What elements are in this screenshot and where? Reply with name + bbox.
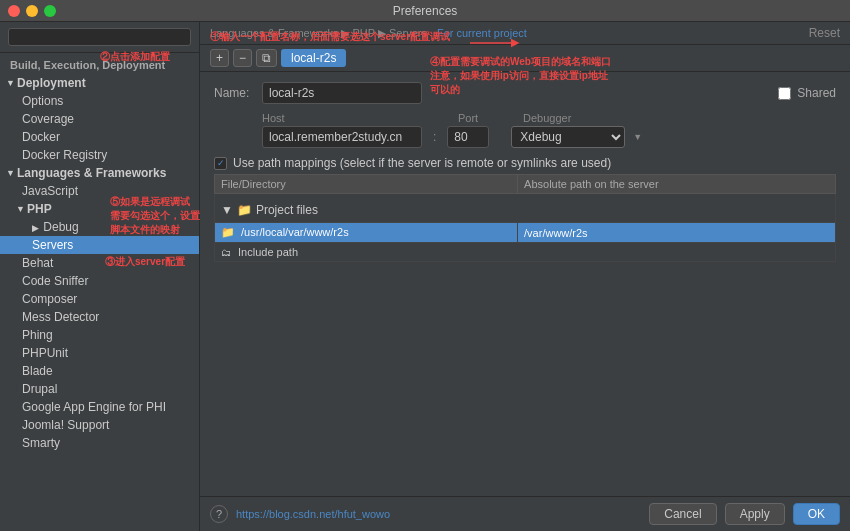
search-input[interactable] [8, 28, 191, 46]
window-controls [8, 5, 56, 17]
path-mappings-checkbox[interactable]: ✓ [214, 157, 227, 170]
sidebar-item-drupal[interactable]: Drupal [0, 380, 199, 398]
breadcrumb-sep1: ▶ [341, 27, 349, 40]
sidebar-item-composer[interactable]: Composer [0, 290, 199, 308]
copy-server-button[interactable]: ⧉ [256, 49, 277, 67]
content-area: Languages & Frameworks ▶ PHP ▶ Servers F… [200, 22, 850, 531]
sidebar-item-phpunit[interactable]: PHPUnit [0, 344, 199, 362]
breadcrumb-sep2: ▶ [378, 27, 386, 40]
minimize-button[interactable] [26, 5, 38, 17]
host-input[interactable] [262, 126, 422, 148]
host-inputs-row: : Xdebug Zend Debugger ▼ [214, 126, 836, 148]
caret-icon: ▼ [16, 204, 24, 214]
title-bar: Preferences [0, 0, 850, 22]
sidebar-item-servers[interactable]: Servers [0, 236, 199, 254]
port-input[interactable] [447, 126, 489, 148]
sidebar-item-phing[interactable]: Phing [0, 326, 199, 344]
sidebar-item-deployment[interactable]: ▼ Deployment [0, 74, 199, 92]
sidebar-item-docker-registry[interactable]: Docker Registry [0, 146, 199, 164]
url-link[interactable]: https://blog.csdn.net/hfut_wowo [236, 508, 641, 520]
bottom-bar: ? https://blog.csdn.net/hfut_wowo Cancel… [200, 496, 850, 531]
path-mappings-section: ✓ Use path mappings (select if the serve… [214, 156, 836, 170]
add-server-button[interactable]: + [210, 49, 229, 67]
host-col-label: Host [262, 112, 342, 124]
name-input[interactable] [262, 82, 422, 104]
sidebar-item-joomla[interactable]: Joomla! Support [0, 416, 199, 434]
remote-path-cell[interactable]: /var/www/r2s [518, 223, 836, 243]
sidebar-item-code-sniffer[interactable]: Code Sniffer [0, 272, 199, 290]
folder-icon: 📁 [237, 203, 252, 217]
name-row: Name: Shared [214, 82, 836, 104]
close-button[interactable] [8, 5, 20, 17]
breadcrumb-part3: Servers [389, 27, 427, 39]
name-label: Name: [214, 86, 254, 100]
sidebar-item-php[interactable]: ▼ PHP [0, 200, 199, 218]
sidebar-item-coverage[interactable]: Coverage [0, 110, 199, 128]
sidebar-section-header: Build, Execution, Deployment [0, 53, 199, 74]
caret-icon: ▼ [6, 168, 14, 178]
local-path-cell: 📁 /usr/local/var/www/r2s [215, 223, 518, 243]
project-files-header: ▼ 📁 Project files [221, 203, 829, 217]
abs-path-col-header: Absolute path on the server [518, 175, 836, 194]
sidebar-scroll: ▼ Deployment Options Coverage Docker Doc… [0, 74, 199, 531]
help-icon[interactable]: ? [210, 505, 228, 523]
sidebar-item-docker[interactable]: Docker [0, 128, 199, 146]
main-layout: Build, Execution, Deployment ▼ Deploymen… [0, 22, 850, 531]
breadcrumb-part1: Languages & Frameworks [210, 27, 338, 39]
sidebar-item-javascript[interactable]: JavaScript [0, 182, 199, 200]
folder-caret: ▼ [221, 203, 233, 217]
sidebar-item-languages-frameworks[interactable]: ▼ Languages & Frameworks [0, 164, 199, 182]
remove-server-button[interactable]: − [233, 49, 252, 67]
port-separator: : [430, 130, 439, 144]
row-folder-icon: 📁 [221, 226, 235, 238]
include-icon: 🗂 [221, 247, 231, 258]
breadcrumb: Languages & Frameworks ▶ PHP ▶ Servers F… [200, 22, 850, 45]
path-mappings-label: Use path mappings (select if the server … [233, 156, 611, 170]
caret-icon: ▶ [32, 223, 40, 233]
ok-button[interactable]: OK [793, 503, 840, 525]
server-list-item[interactable]: local-r2s [281, 49, 346, 67]
server-form: Name: Shared Host Port Debugger [200, 72, 850, 496]
host-labels-row: Host Port Debugger [214, 112, 836, 124]
include-path-row: 🗂 Include path [215, 243, 836, 262]
shared-row: Shared [778, 86, 836, 100]
sidebar-search-area [0, 22, 199, 53]
shared-checkbox[interactable] [778, 87, 791, 100]
maximize-button[interactable] [44, 5, 56, 17]
apply-button[interactable]: Apply [725, 503, 785, 525]
file-dir-table: File/Directory Absolute path on the serv… [214, 174, 836, 262]
shared-label: Shared [797, 86, 836, 100]
sidebar: Build, Execution, Deployment ▼ Deploymen… [0, 22, 200, 531]
sidebar-item-mess-detector[interactable]: Mess Detector [0, 308, 199, 326]
sidebar-item-behat[interactable]: Behat [0, 254, 199, 272]
breadcrumb-suffix: For current project [437, 27, 527, 39]
sidebar-item-smarty[interactable]: Smarty [0, 434, 199, 452]
servers-toolbar: + − ⧉ local-r2s [200, 45, 850, 72]
breadcrumb-part2: PHP [352, 27, 375, 39]
window-title: Preferences [393, 4, 458, 18]
debugger-col-label: Debugger [523, 112, 571, 124]
sidebar-item-options[interactable]: Options [0, 92, 199, 110]
sidebar-item-google-app-engine[interactable]: Google App Engine for PHI [0, 398, 199, 416]
file-dir-col-header: File/Directory [215, 175, 518, 194]
debugger-caret: ▼ [633, 132, 641, 142]
table-row[interactable]: 📁 /usr/local/var/www/r2s /var/www/r2s [215, 223, 836, 243]
debugger-select[interactable]: Xdebug Zend Debugger [511, 126, 625, 148]
caret-icon: ▼ [6, 78, 14, 88]
cancel-button[interactable]: Cancel [649, 503, 716, 525]
sidebar-item-debug[interactable]: ▶ Debug [0, 218, 199, 236]
sidebar-item-blade[interactable]: Blade [0, 362, 199, 380]
reset-link[interactable]: Reset [809, 26, 840, 40]
port-col-label: Port [458, 112, 493, 124]
project-files-row: ▼ 📁 Project files [215, 194, 836, 223]
